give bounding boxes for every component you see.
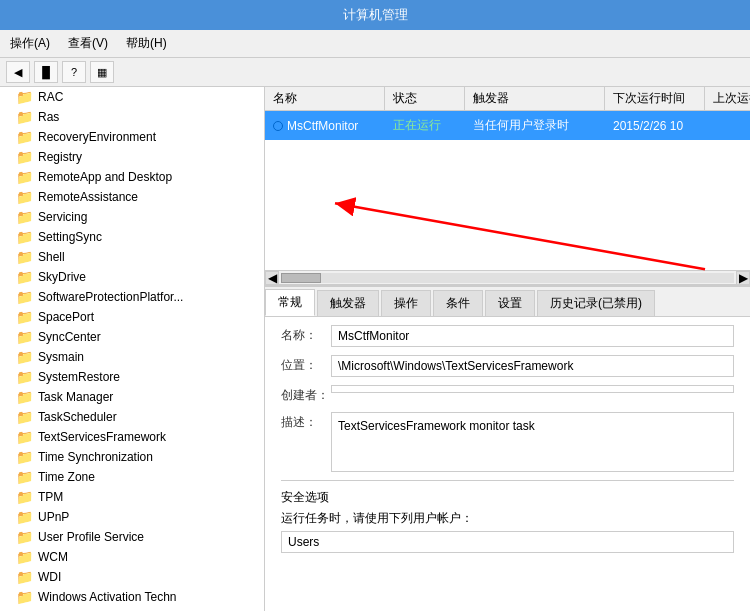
list-item[interactable]: 📁Windows Activation Techn bbox=[0, 587, 264, 607]
folder-icon: 📁 bbox=[16, 569, 33, 585]
folder-icon: 📁 bbox=[16, 229, 33, 245]
list-item[interactable]: 📁SystemRestore bbox=[0, 367, 264, 387]
scroll-track bbox=[281, 273, 734, 283]
task-status-cell: 正在运行 bbox=[385, 115, 465, 136]
folder-icon: 📁 bbox=[16, 269, 33, 285]
horizontal-scrollbar[interactable]: ◀ ▶ bbox=[265, 270, 750, 284]
col-status[interactable]: 状态 bbox=[385, 87, 465, 110]
folder-icon: 📁 bbox=[16, 289, 33, 305]
folder-icon: 📁 bbox=[16, 589, 33, 605]
list-item[interactable]: 📁TPM bbox=[0, 487, 264, 507]
table-header: 名称 状态 触发器 下次运行时间 上次运行时间 bbox=[265, 87, 750, 111]
folder-icon: 📁 bbox=[16, 369, 33, 385]
scroll-right-btn[interactable]: ▶ bbox=[736, 271, 750, 285]
list-item[interactable]: 📁Sysmain bbox=[0, 347, 264, 367]
security-section: 安全选项 运行任务时，请使用下列用户帐户： Users bbox=[281, 480, 734, 553]
folder-icon: 📁 bbox=[16, 549, 33, 565]
folder-icon: 📁 bbox=[16, 449, 33, 465]
run-as-label: 运行任务时，请使用下列用户帐户： bbox=[281, 510, 734, 527]
list-item[interactable]: 📁RAC bbox=[0, 87, 264, 107]
list-item[interactable]: 📁UPnP bbox=[0, 507, 264, 527]
name-row: 名称： MsCtfMonitor bbox=[281, 325, 734, 347]
scroll-thumb[interactable] bbox=[281, 273, 321, 283]
folder-icon: 📁 bbox=[16, 89, 33, 105]
col-next-run[interactable]: 下次运行时间 bbox=[605, 87, 705, 110]
folder-icon: 📁 bbox=[16, 209, 33, 225]
folder-icon: 📁 bbox=[16, 329, 33, 345]
col-name[interactable]: 名称 bbox=[265, 87, 385, 110]
list-item[interactable]: 📁SpacePort bbox=[0, 307, 264, 327]
list-item[interactable]: 📁SyncCenter bbox=[0, 327, 264, 347]
list-item[interactable]: 📁Task Manager bbox=[0, 387, 264, 407]
menu-help[interactable]: 帮助(H) bbox=[122, 33, 171, 54]
folder-icon: 📁 bbox=[16, 189, 33, 205]
list-item-shell[interactable]: 📁Shell bbox=[0, 247, 264, 267]
task-name-cell: MsCtfMonitor bbox=[265, 117, 385, 135]
list-item[interactable]: 📁Ras bbox=[0, 107, 264, 127]
col-trigger[interactable]: 触发器 bbox=[465, 87, 605, 110]
list-item[interactable]: 📁Windows Defe... bbox=[0, 607, 264, 611]
toolbar-pause[interactable]: ▐▌ bbox=[34, 61, 58, 83]
folder-icon: 📁 bbox=[16, 489, 33, 505]
folder-icon: 📁 bbox=[16, 389, 33, 405]
folder-icon: 📁 bbox=[16, 469, 33, 485]
name-value: MsCtfMonitor bbox=[331, 325, 734, 347]
menu-view[interactable]: 查看(V) bbox=[64, 33, 112, 54]
table-row[interactable]: MsCtfMonitor 正在运行 当任何用户登录时 2015/2/26 10 bbox=[265, 111, 750, 140]
menu-bar: 操作(A) 查看(V) 帮助(H) bbox=[0, 30, 750, 58]
list-item[interactable]: 📁SkyDrive bbox=[0, 267, 264, 287]
left-panel[interactable]: 📁RAC 📁Ras 📁RecoveryEnvironment 📁Registry… bbox=[0, 87, 265, 611]
svg-line-1 bbox=[335, 203, 705, 269]
list-item[interactable]: 📁Registry bbox=[0, 147, 264, 167]
tab-settings[interactable]: 设置 bbox=[485, 290, 535, 316]
right-panel: 名称 状态 触发器 下次运行时间 上次运行时间 MsCtfMonitor 正在运… bbox=[265, 87, 750, 611]
toolbar-back[interactable]: ◀ bbox=[6, 61, 30, 83]
status-dot bbox=[273, 121, 283, 131]
task-detail-panel: 常规 触发器 操作 条件 设置 历史记录(已禁用) 名称： MsCtfMonit… bbox=[265, 287, 750, 611]
folder-icon: 📁 bbox=[16, 529, 33, 545]
list-item[interactable]: 📁WCM bbox=[0, 547, 264, 567]
folder-icon: 📁 bbox=[16, 109, 33, 125]
folder-icon: 📁 bbox=[16, 349, 33, 365]
col-last-run[interactable]: 上次运行时间 bbox=[705, 87, 750, 110]
list-item[interactable]: 📁TextServicesFramework bbox=[0, 427, 264, 447]
task-table: 名称 状态 触发器 下次运行时间 上次运行时间 MsCtfMonitor 正在运… bbox=[265, 87, 750, 287]
location-label: 位置： bbox=[281, 355, 331, 374]
author-value bbox=[331, 385, 734, 393]
list-item[interactable]: 📁TaskScheduler bbox=[0, 407, 264, 427]
location-row: 位置： \Microsoft\Windows\TextServicesFrame… bbox=[281, 355, 734, 377]
tab-triggers[interactable]: 触发器 bbox=[317, 290, 379, 316]
tab-bar: 常规 触发器 操作 条件 设置 历史记录(已禁用) bbox=[265, 287, 750, 317]
description-label: 描述： bbox=[281, 412, 331, 431]
tab-actions[interactable]: 操作 bbox=[381, 290, 431, 316]
menu-action[interactable]: 操作(A) bbox=[6, 33, 54, 54]
list-item[interactable]: 📁SettingSync bbox=[0, 227, 264, 247]
list-item[interactable]: 📁RemoteApp and Desktop bbox=[0, 167, 264, 187]
toolbar-help[interactable]: ? bbox=[62, 61, 86, 83]
list-item-servicing[interactable]: 📁Servicing bbox=[0, 207, 264, 227]
tab-history[interactable]: 历史记录(已禁用) bbox=[537, 290, 655, 316]
title-text: 计算机管理 bbox=[343, 7, 408, 22]
list-item-user-profile[interactable]: 📁User Profile Service bbox=[0, 527, 264, 547]
scroll-left-btn[interactable]: ◀ bbox=[265, 271, 279, 285]
name-label: 名称： bbox=[281, 325, 331, 344]
folder-icon: 📁 bbox=[16, 429, 33, 445]
task-last-run-cell bbox=[705, 124, 750, 128]
list-item[interactable]: 📁Time Zone bbox=[0, 467, 264, 487]
folder-icon: 📁 bbox=[16, 409, 33, 425]
list-item[interactable]: 📁WDI bbox=[0, 567, 264, 587]
list-item-time-sync[interactable]: 📁Time Synchronization bbox=[0, 447, 264, 467]
tab-general[interactable]: 常规 bbox=[265, 289, 315, 316]
folder-icon: 📁 bbox=[16, 169, 33, 185]
list-item[interactable]: 📁RecoveryEnvironment bbox=[0, 127, 264, 147]
title-bar: 计算机管理 bbox=[0, 0, 750, 30]
folder-icon: 📁 bbox=[16, 249, 33, 265]
description-row: 描述： TextServicesFramework monitor task bbox=[281, 412, 734, 472]
list-item[interactable]: 📁SoftwareProtectionPlatfor... bbox=[0, 287, 264, 307]
task-trigger-cell: 当任何用户登录时 bbox=[465, 115, 605, 136]
main-layout: 📁RAC 📁Ras 📁RecoveryEnvironment 📁Registry… bbox=[0, 87, 750, 611]
location-value: \Microsoft\Windows\TextServicesFramework bbox=[331, 355, 734, 377]
toolbar-grid[interactable]: ▦ bbox=[90, 61, 114, 83]
tab-conditions[interactable]: 条件 bbox=[433, 290, 483, 316]
list-item[interactable]: 📁RemoteAssistance bbox=[0, 187, 264, 207]
